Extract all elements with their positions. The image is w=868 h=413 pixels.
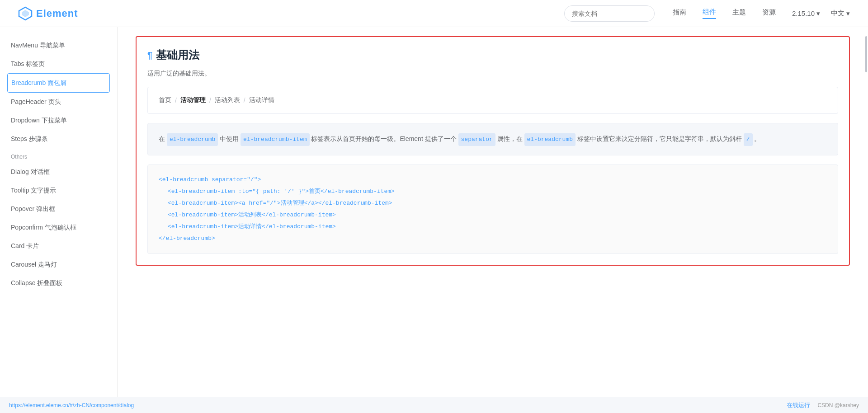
description-box: 在 el-breadcrumb 中使用 el-breadcrumb-item 标…: [147, 123, 838, 155]
sidebar: NavMenu 导航菜单 Tabs 标签页 Breadcrumb 面包屑 Pag…: [0, 27, 118, 413]
code-line-1: <el-breadcrumb separator="/">: [159, 174, 827, 186]
nav-item-theme[interactable]: 主题: [732, 8, 746, 19]
sidebar-item-breadcrumb[interactable]: Breadcrumb 面包屑: [7, 73, 110, 93]
desc-text3: 标签表示从首页开始的每一级。Element 提供了一个: [311, 135, 456, 142]
desc-code2: el-breadcrumb-item: [241, 133, 309, 146]
run-online-button[interactable]: 在线运行: [787, 401, 810, 409]
desc-code4: el-breadcrumb: [524, 133, 576, 146]
breadcrumb-item-manage: 活动管理: [180, 96, 206, 104]
desc-text6: 。: [754, 135, 760, 142]
section-subtitle: 适用广泛的基础用法。: [147, 70, 838, 78]
language-chevron-icon: ▾: [846, 9, 850, 18]
section-title-marker: ¶: [147, 50, 152, 61]
section-title-text: 基础用法: [156, 48, 199, 62]
search-input[interactable]: [564, 5, 655, 22]
nav-item-guide[interactable]: 指南: [673, 8, 686, 19]
breadcrumb-sep-1: /: [175, 97, 177, 104]
sidebar-item-pageheader[interactable]: PageHeader 页头: [0, 93, 117, 111]
breadcrumb-sep-2: /: [209, 97, 211, 104]
sidebar-item-popover[interactable]: Popover 弹出框: [0, 200, 117, 218]
breadcrumb-item-detail: 活动详情: [249, 96, 274, 104]
breadcrumb-item-list: 活动列表: [215, 96, 240, 104]
demo-section: ¶ 基础用法 适用广泛的基础用法。 首页 / 活动管理 / 活动列表 / 活动详…: [136, 36, 850, 266]
breadcrumb-nav: 首页 / 活动管理 / 活动列表 / 活动详情: [159, 96, 827, 104]
code-line-3: <el-breadcrumb-item><a href="/">活动管理</a>…: [159, 197, 827, 209]
bottom-bar: https://element.eleme.cn/#/zh-CN/compone…: [0, 397, 868, 413]
sidebar-item-collapse[interactable]: Collapse 折叠面板: [0, 274, 117, 292]
desc-code3: separator: [458, 133, 495, 146]
code-line-4: <el-breadcrumb-item>活动列表</el-breadcrumb-…: [159, 209, 827, 221]
nav-item-components[interactable]: 组件: [703, 8, 716, 19]
section-title-row: ¶ 基础用法: [147, 48, 838, 62]
header: Element 指南 组件 主题 资源 2.15.10 ▾ 中文 ▾: [0, 0, 868, 27]
version-selector[interactable]: 2.15.10 ▾: [792, 9, 820, 18]
sidebar-item-dropdown[interactable]: Dropdown 下拉菜单: [0, 111, 117, 130]
sidebar-item-steps[interactable]: Steps 步骤条: [0, 130, 117, 148]
code-block: <el-breadcrumb separator="/"> <el-breadc…: [147, 164, 838, 254]
desc-text5: 标签中设置它来决定分隔符，它只能是字符串，默认为斜杆: [577, 135, 742, 142]
logo[interactable]: Element: [18, 6, 78, 21]
desc-code1: el-breadcrumb: [167, 133, 218, 146]
csdn-label: CSDN @karshey: [817, 402, 859, 408]
sidebar-item-tooltip[interactable]: Tooltip 文字提示: [0, 181, 117, 200]
sidebar-section-others: Others: [0, 148, 117, 163]
desc-code5: /: [744, 133, 753, 146]
sidebar-item-card[interactable]: Card 卡片: [0, 237, 117, 255]
version-chevron-icon: ▾: [816, 9, 820, 18]
sidebar-item-tabs[interactable]: Tabs 标签页: [0, 55, 117, 73]
breadcrumb-item-home: 首页: [159, 96, 171, 104]
page-wrapper: NavMenu 导航菜单 Tabs 标签页 Breadcrumb 面包屑 Pag…: [0, 27, 868, 413]
sidebar-item-popconfirm[interactable]: Popconfirm 气泡确认框: [0, 218, 117, 237]
search-box: [564, 5, 655, 22]
sidebar-item-navmenu[interactable]: NavMenu 导航菜单: [0, 36, 117, 55]
code-line-5: <el-breadcrumb-item>活动详情</el-breadcrumb-…: [159, 221, 827, 233]
breadcrumb-sep-3: /: [244, 97, 245, 104]
scroll-thumb[interactable]: [865, 36, 867, 72]
desc-text1: 在: [159, 135, 165, 142]
nav-item-resources[interactable]: 资源: [762, 8, 776, 19]
version-text: 2.15.10: [792, 9, 815, 17]
logo-text: Element: [36, 8, 78, 19]
breadcrumb-demo: 首页 / 活动管理 / 活动列表 / 活动详情: [147, 87, 838, 114]
element-logo-icon: [18, 6, 33, 21]
desc-text4: 属性，在: [497, 135, 523, 142]
sidebar-item-dialog[interactable]: Dialog 对话框: [0, 163, 117, 181]
bottom-link[interactable]: https://element.eleme.cn/#/zh-CN/compone…: [9, 402, 134, 408]
desc-text2: 中使用: [220, 135, 239, 142]
svg-marker-1: [22, 10, 29, 17]
language-selector[interactable]: 中文 ▾: [831, 9, 850, 18]
code-line-2: <el-breadcrumb-item :to="{ path: '/' }">…: [159, 186, 827, 197]
language-text: 中文: [831, 9, 844, 18]
code-line-6: </el-breadcrumb>: [159, 233, 827, 244]
nav-links: 指南 组件 主题 资源: [673, 8, 776, 19]
scroll-indicator: [864, 27, 868, 397]
main-content: ¶ 基础用法 适用广泛的基础用法。 首页 / 活动管理 / 活动列表 / 活动详…: [118, 27, 868, 413]
sidebar-item-carousel[interactable]: Carousel 走马灯: [0, 255, 117, 274]
